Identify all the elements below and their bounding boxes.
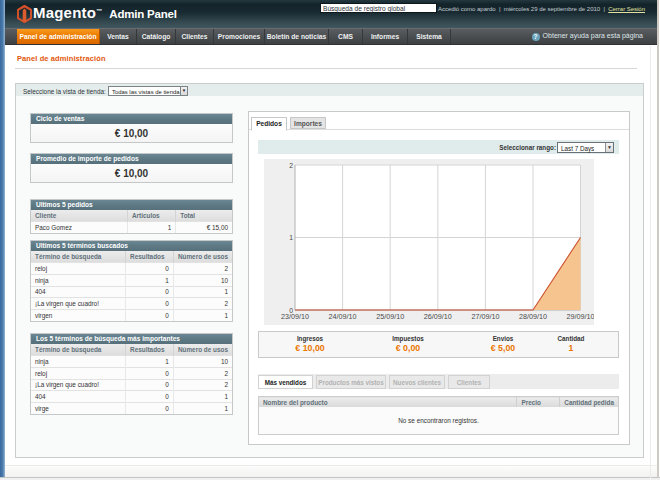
svg-text:1: 1 <box>289 234 293 241</box>
svg-text:24/09/10: 24/09/10 <box>329 312 357 321</box>
svg-text:26/09/10: 26/09/10 <box>424 312 452 321</box>
svg-text:28/09/10: 28/09/10 <box>519 312 547 321</box>
svg-text:25/09/10: 25/09/10 <box>376 312 404 321</box>
svg-text:29/09/10: 29/09/10 <box>567 312 594 321</box>
svg-text:2: 2 <box>289 162 293 169</box>
svg-text:27/09/10: 27/09/10 <box>471 312 499 321</box>
svg-text:23/09/10: 23/09/10 <box>281 312 309 321</box>
